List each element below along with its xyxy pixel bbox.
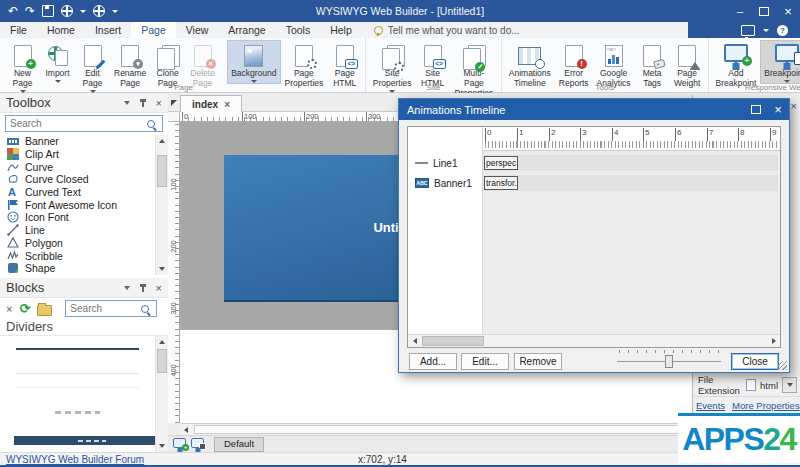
scroll-up-icon[interactable] (156, 135, 168, 147)
toolbox-item-curve-closed[interactable]: Curve Closed (0, 173, 155, 186)
import-button[interactable]: Import (40, 40, 75, 84)
pin-icon[interactable] (139, 283, 147, 292)
toolbox-item-clip-art[interactable]: Clip Art (0, 148, 155, 161)
timeline-row[interactable]: transfor... (483, 175, 778, 191)
remove-breakpoint-icon[interactable] (191, 438, 204, 448)
blocks-menu-icon[interactable] (124, 286, 130, 290)
remove-button[interactable]: Remove (514, 353, 562, 370)
tab-file[interactable]: File (0, 22, 37, 38)
dialog-maximize-button[interactable] (745, 99, 767, 120)
forum-link[interactable]: WYSIWYG Web Builder Forum (6, 454, 144, 465)
scrollbar-thumb[interactable] (194, 425, 682, 434)
scroll-down-icon[interactable] (156, 440, 168, 452)
maximize-button[interactable] (752, 0, 776, 22)
preview-dropdown-icon[interactable] (80, 10, 86, 13)
blocks-scrollbar[interactable] (155, 336, 168, 452)
slider-thumb[interactable] (665, 355, 673, 368)
tab-insert[interactable]: Insert (85, 22, 131, 38)
tab-tools[interactable]: Tools (276, 22, 321, 38)
dialog-title-bar[interactable]: Animations Timeline (399, 99, 789, 120)
properties-close-icon[interactable] (791, 100, 797, 112)
undo-icon[interactable] (8, 5, 18, 17)
toolbox-menu-icon[interactable] (124, 101, 130, 105)
object-names-column: Line1 Banner1 (408, 127, 483, 334)
tell-me-box[interactable]: Tell me what you want to do... (374, 22, 520, 38)
toolbox-scrollbar[interactable] (155, 135, 168, 275)
close-button[interactable] (776, 0, 800, 22)
events-link[interactable]: Events (696, 400, 725, 412)
divider-preview-bar[interactable] (14, 436, 155, 445)
delete-block-icon[interactable] (6, 303, 12, 315)
resize-grip[interactable] (778, 361, 787, 370)
refresh-icon[interactable] (19, 301, 30, 316)
divider-preview-faint[interactable] (16, 373, 139, 374)
scroll-left-icon[interactable] (180, 424, 192, 435)
scrollbar-thumb[interactable] (157, 349, 167, 373)
tab-nav-icon[interactable] (171, 100, 177, 106)
toolbox-item-shape[interactable]: Shape (0, 262, 155, 275)
toolbox-item-banner[interactable]: Banner (0, 135, 155, 148)
scroll-up-icon[interactable] (156, 336, 168, 348)
toolbox-item-curved-text[interactable]: A Curved Text (0, 186, 155, 199)
tab-arrange[interactable]: Arrange (218, 22, 275, 38)
tab-help[interactable]: Help (320, 22, 362, 38)
file-extension-dropdown[interactable] (782, 377, 797, 393)
search-icon[interactable] (147, 120, 155, 128)
more-properties-link[interactable]: More Properties (732, 400, 800, 412)
save-icon[interactable] (42, 5, 54, 17)
folder-icon[interactable] (37, 305, 52, 316)
timeline-hscrollbar[interactable] (408, 334, 780, 347)
toolbox-item-line[interactable]: Line (0, 224, 155, 237)
toolbox-item-polygon[interactable]: Polygon (0, 237, 155, 250)
blocks-close-icon[interactable] (156, 282, 162, 294)
timeline-track-area[interactable]: 0 1 2 3 4 5 6 7 8 9 perspec... (483, 127, 780, 334)
tab-page[interactable]: Page (131, 22, 176, 38)
edit-button[interactable]: Edit... (461, 353, 509, 370)
file-extension-value[interactable]: html (760, 380, 778, 391)
timeline-row[interactable]: perspec... (483, 155, 778, 171)
add-breakpoint-icon[interactable] (173, 438, 186, 448)
animation-chip[interactable]: perspec... (484, 156, 518, 170)
add-button[interactable]: Add... (409, 353, 457, 370)
search-icon[interactable] (141, 305, 149, 313)
toolbox-item-curve[interactable]: Curve (0, 160, 155, 173)
background-button[interactable]: Background (227, 40, 280, 84)
scrollbar-thumb[interactable] (157, 155, 167, 187)
timeline-zoom-slider[interactable] (617, 348, 721, 372)
publish-icon[interactable] (93, 5, 105, 17)
divider-preview-solid[interactable] (16, 348, 139, 350)
close-dialog-button[interactable]: Close (731, 353, 779, 370)
toolbox-item-icon-font[interactable]: Icon Font (0, 211, 155, 224)
timeline-object-banner1[interactable]: Banner1 (408, 175, 483, 191)
preview-icon[interactable] (61, 5, 73, 17)
display-mode-icon[interactable] (741, 25, 755, 36)
toolbox-item-font-awesome[interactable]: Font Awesome Icon (0, 198, 155, 211)
breakpoints-button[interactable]: Breakpoints (760, 40, 800, 84)
document-tab-index[interactable]: index (180, 95, 242, 112)
animation-chip[interactable]: transfor... (484, 176, 518, 190)
scroll-right-icon[interactable] (767, 335, 780, 347)
display-mode-caret-icon[interactable] (763, 29, 769, 32)
canvas-hscrollbar[interactable] (180, 423, 692, 435)
scrollbar-thumb[interactable] (422, 336, 484, 346)
file-extension-row[interactable]: File Extension html (698, 377, 797, 393)
toolbox-close-icon[interactable] (156, 97, 162, 109)
minimize-button[interactable] (728, 0, 752, 22)
scroll-left-icon[interactable] (408, 335, 421, 347)
redo-icon[interactable] (25, 5, 35, 17)
tab-home[interactable]: Home (37, 22, 85, 38)
scroll-down-icon[interactable] (156, 263, 168, 275)
divider-preview-dashed[interactable] (55, 411, 100, 414)
divider-preview-faint[interactable] (16, 387, 139, 388)
toolbox-item-scribble[interactable]: Scribble (0, 249, 155, 262)
qat-overflow-icon[interactable] (112, 10, 118, 13)
timeline-object-line1[interactable]: Line1 (408, 155, 483, 171)
dialog-close-button[interactable] (767, 99, 789, 120)
breakpoint-default-button[interactable]: Default (214, 437, 264, 452)
toolbox-search-input[interactable] (6, 117, 147, 130)
blocks-search-input[interactable] (66, 302, 141, 315)
tab-view[interactable]: View (176, 22, 219, 38)
tab-close-icon[interactable] (224, 99, 230, 110)
pin-icon[interactable] (139, 98, 147, 107)
help-icon[interactable] (777, 25, 788, 36)
